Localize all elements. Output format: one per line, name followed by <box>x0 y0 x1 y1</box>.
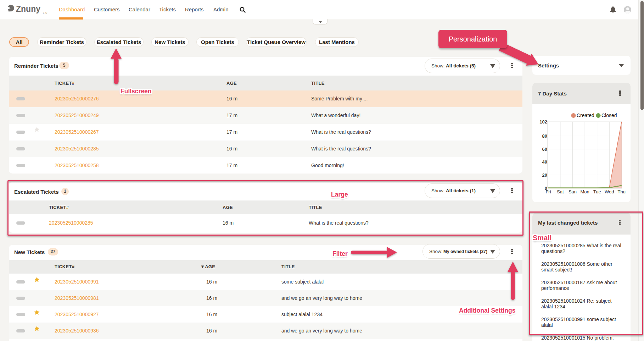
svg-text:Created: Created <box>577 112 594 118</box>
svg-text:80: 80 <box>542 133 547 139</box>
svg-text:Closed: Closed <box>601 112 617 118</box>
svg-text:Wed: Wed <box>605 189 614 194</box>
svg-text:Tue: Tue <box>593 189 601 194</box>
svg-text:60: 60 <box>542 147 547 152</box>
svg-text:Thu: Thu <box>618 189 626 194</box>
svg-text:Fri: Fri <box>545 189 551 194</box>
svg-text:Sat: Sat <box>557 189 564 194</box>
svg-text:40: 40 <box>542 159 547 165</box>
svg-text:102: 102 <box>539 119 547 125</box>
svg-text:Mon: Mon <box>580 189 589 194</box>
svg-text:20: 20 <box>542 172 547 178</box>
svg-text:Sun: Sun <box>569 189 577 194</box>
